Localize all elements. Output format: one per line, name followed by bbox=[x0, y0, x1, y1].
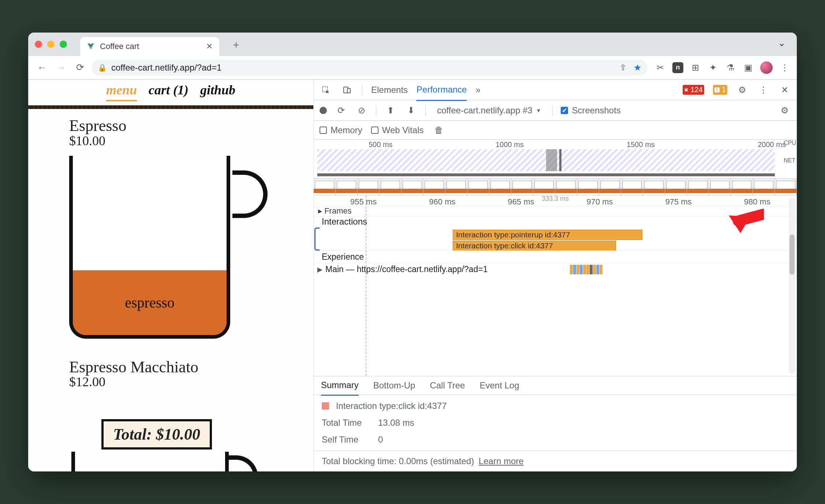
garbage-collect-icon[interactable]: 🗑 bbox=[433, 124, 445, 136]
save-profile-icon[interactable]: ⬇ bbox=[405, 104, 417, 117]
scrollbar-thumb[interactable] bbox=[789, 234, 795, 275]
reload-record-icon[interactable]: ⟳ bbox=[335, 104, 347, 117]
expand-triangle-icon[interactable]: ▶ bbox=[317, 266, 322, 274]
self-time-row: Self Time 0 bbox=[322, 435, 789, 445]
scissors-extension-icon[interactable]: ✂︎ bbox=[655, 62, 666, 73]
net-overview-lane bbox=[317, 173, 775, 176]
flame-ruler: 955 ms 960 ms 965 ms 970 ms 975 ms 980 m… bbox=[314, 196, 797, 207]
interaction-bar-pointerup[interactable]: Interaction type:pointerup id:4377 bbox=[453, 230, 642, 240]
extensions-puzzle-icon[interactable]: ✦ bbox=[708, 62, 718, 73]
screenshot-thumb bbox=[555, 179, 577, 195]
recording-select[interactable]: coffee-cart.netlify.app #3 ▼ bbox=[434, 104, 544, 117]
screenshot-thumb bbox=[665, 179, 687, 195]
tab-more[interactable]: » bbox=[475, 85, 480, 95]
screenshot-thumb bbox=[336, 179, 358, 195]
tab-elements[interactable]: Elements bbox=[371, 85, 408, 95]
memory-checkbox[interactable]: Memory bbox=[320, 125, 362, 135]
learn-more-link[interactable]: Learn more bbox=[479, 456, 524, 466]
tab-performance[interactable]: Performance bbox=[417, 84, 467, 101]
interactions-track[interactable]: Interactions Interaction type:pointerup … bbox=[314, 216, 797, 251]
sidepanel-icon[interactable]: ▣ bbox=[743, 62, 754, 73]
experience-label: Experience bbox=[314, 252, 364, 262]
checkbox-off-icon bbox=[371, 127, 378, 134]
cup-fill-label: espresso bbox=[125, 294, 175, 311]
details-pane: Interaction type:click id:4377 Total Tim… bbox=[314, 395, 797, 451]
load-profile-icon[interactable]: ⬆ bbox=[384, 104, 397, 117]
clear-icon[interactable]: ⊘ bbox=[355, 104, 368, 117]
maximize-window-icon[interactable] bbox=[60, 41, 67, 48]
browser-tab[interactable]: Coffee cart ✕ bbox=[80, 37, 219, 56]
tab-event-log[interactable]: Event Log bbox=[479, 380, 519, 391]
labs-flask-icon[interactable]: ⚗︎ bbox=[725, 62, 736, 73]
record-button[interactable] bbox=[320, 107, 327, 114]
tab-bottom-up[interactable]: Bottom-Up bbox=[373, 380, 415, 391]
layout-shift-bar[interactable]: yout Shift bbox=[369, 251, 797, 263]
frames-track[interactable]: ▸ Frames bbox=[314, 207, 797, 216]
console-warnings-badge[interactable]: 1 bbox=[713, 85, 727, 95]
performance-toolbar: ⟳ ⊘ ⬆ ⬇ coffee-cart.netlify.app #3 ▼ Scr… bbox=[314, 100, 797, 121]
main-thread-track[interactable]: ▶ Main — https://coffee-cart.netlify.app… bbox=[314, 263, 797, 275]
product-card-2: Espresso Macchiato $12.00 bbox=[28, 346, 313, 390]
inspect-element-icon[interactable] bbox=[320, 84, 332, 96]
cart-total-chip[interactable]: Total: $10.00 bbox=[101, 419, 212, 450]
close-tab-icon[interactable]: ✕ bbox=[206, 42, 213, 51]
chrome-menu-icon[interactable]: ⋮ bbox=[779, 62, 790, 73]
screenshot-thumb bbox=[467, 179, 489, 195]
nav-cart[interactable]: cart (1) bbox=[149, 82, 188, 101]
screenshot-thumbnails[interactable] bbox=[314, 179, 797, 196]
nav-github[interactable]: github bbox=[200, 82, 235, 101]
bookmark-star-icon[interactable]: ★ bbox=[634, 63, 642, 73]
overview-strip[interactable]: 500 ms 1000 ms 1500 ms 2000 ms CPU NET bbox=[314, 140, 797, 179]
screenshot-thumb bbox=[489, 179, 511, 195]
back-button[interactable]: ← bbox=[35, 60, 49, 75]
grid-extension-icon[interactable]: ⊞ bbox=[690, 62, 701, 73]
tab-call-tree[interactable]: Call Tree bbox=[430, 380, 465, 391]
forward-button[interactable]: → bbox=[54, 60, 68, 75]
flame-scrollbar[interactable] bbox=[789, 198, 795, 374]
experience-track[interactable]: Experience yout Shift bbox=[314, 251, 797, 263]
tab-title: Coffee cart bbox=[100, 42, 139, 51]
main-track-label: Main — https://coffee-cart.netlify.app/?… bbox=[325, 264, 488, 274]
coffee-cup-graphic[interactable]: espresso bbox=[69, 156, 252, 346]
cpu-overview-lane bbox=[317, 149, 775, 171]
reload-button[interactable]: ⟳ bbox=[73, 60, 87, 75]
window-controls bbox=[35, 41, 67, 48]
share-icon[interactable]: ⇪ bbox=[620, 63, 626, 72]
device-mode-icon[interactable] bbox=[341, 84, 353, 96]
main-tasks-preview bbox=[570, 265, 602, 274]
tab-summary[interactable]: Summary bbox=[321, 380, 359, 396]
cpu-lane-label: CPU bbox=[784, 140, 796, 146]
tab-overflow-icon[interactable]: ⌄ bbox=[773, 35, 790, 51]
close-window-icon[interactable] bbox=[35, 41, 42, 48]
screenshot-thumb bbox=[533, 179, 555, 195]
screenshot-thumb bbox=[358, 179, 380, 195]
screenshot-thumb bbox=[380, 179, 402, 195]
console-errors-badge[interactable]: 124 bbox=[683, 85, 704, 95]
devtools-close-icon[interactable]: ✕ bbox=[779, 84, 791, 96]
interaction-bar-click[interactable]: Interaction type:click id:4377 bbox=[453, 241, 616, 251]
profile-avatar-icon[interactable] bbox=[760, 61, 773, 74]
devtools-main-tabs: Elements Performance » 124 1 ⚙ ⋮ ✕ bbox=[314, 80, 797, 100]
screenshots-checkbox[interactable]: Screenshots bbox=[561, 105, 620, 116]
devtools-menu-icon[interactable]: ⋮ bbox=[757, 84, 770, 96]
minimize-window-icon[interactable] bbox=[47, 41, 55, 48]
capture-settings-gear-icon[interactable]: ⚙ bbox=[779, 104, 791, 117]
net-lane-label: NET bbox=[784, 157, 796, 164]
settings-gear-icon[interactable]: ⚙ bbox=[736, 84, 749, 96]
cup-handle-2 bbox=[229, 455, 258, 471]
extension-icons: ✂︎ n ⊞ ✦ ⚗︎ ▣ ⋮ bbox=[655, 61, 790, 74]
detail-title: Interaction type:click id:4377 bbox=[336, 401, 447, 411]
flamechart-area[interactable]: 955 ms 960 ms 965 ms 970 ms 975 ms 980 m… bbox=[314, 196, 797, 376]
new-tab-button[interactable]: ＋ bbox=[224, 33, 248, 56]
nav-menu[interactable]: menu bbox=[106, 82, 137, 101]
screenshot-thumb bbox=[731, 179, 753, 195]
tab-strip: Coffee cart ✕ ＋ ⌄ bbox=[28, 33, 797, 56]
notion-extension-icon[interactable]: n bbox=[672, 62, 683, 73]
total-time-row: Total Time 13.08 ms bbox=[322, 418, 789, 428]
address-bar[interactable]: 🔒 coffee-cart.netlify.app/?ad=1 ⇪ ★ bbox=[92, 60, 647, 76]
devtools-panel: Elements Performance » 124 1 ⚙ ⋮ ✕ ⟳ ⊘ bbox=[314, 80, 797, 471]
url-text: coffee-cart.netlify.app/?ad=1 bbox=[111, 63, 221, 73]
product-price: $10.00 bbox=[69, 133, 313, 148]
color-swatch-icon bbox=[322, 402, 329, 410]
webvitals-checkbox[interactable]: Web Vitals bbox=[371, 125, 424, 135]
